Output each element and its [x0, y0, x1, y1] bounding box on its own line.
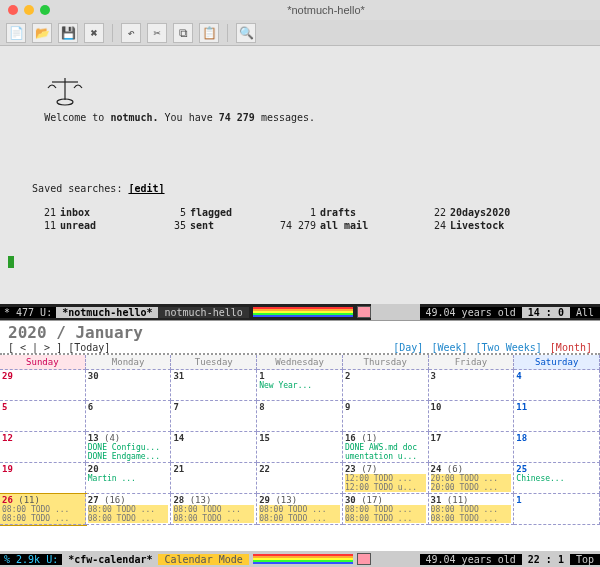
- close-icon[interactable]: [8, 5, 18, 15]
- calendar-cell[interactable]: 11: [514, 401, 600, 432]
- calendar-cell[interactable]: 30 (17)08:00 TODO ...08:00 TODO ...: [343, 494, 429, 525]
- calendar-cell[interactable]: 9: [343, 401, 429, 432]
- calendar-cell[interactable]: 10: [429, 401, 515, 432]
- event[interactable]: DONE AWS.md doc: [345, 443, 426, 452]
- welcome-suffix: messages.: [255, 112, 315, 123]
- calendar-cell[interactable]: 18: [514, 432, 600, 463]
- saved-search-item[interactable]: 24Livestock: [398, 220, 528, 231]
- weekday-header: SundayMondayTuesdayWednesdayThursdayFrid…: [0, 355, 600, 370]
- event-count: (13): [190, 495, 212, 505]
- calendar-cell[interactable]: 7: [171, 401, 257, 432]
- event[interactable]: DONE Configu...: [88, 443, 169, 452]
- day-number: 4: [516, 371, 521, 381]
- calendar-views: [Day] [Week] [Two Weeks] [Month]: [391, 342, 592, 353]
- day-number: 23: [345, 464, 356, 474]
- calendar-cell[interactable]: 28 (13)08:00 TODO ...08:00 TODO ...: [171, 494, 257, 525]
- event[interactable]: 08:00 TODO ...: [2, 514, 83, 523]
- event[interactable]: 08:00 TODO ...: [259, 514, 340, 523]
- calendar-cell[interactable]: 29: [0, 370, 86, 401]
- saved-search-item[interactable]: 21inbox: [8, 207, 138, 218]
- calendar-cell[interactable]: 8: [257, 401, 343, 432]
- calendar-cell[interactable]: 2: [343, 370, 429, 401]
- view-month[interactable]: [Month]: [550, 342, 592, 353]
- event[interactable]: 08:00 TODO ...: [345, 505, 426, 514]
- nyan-rainbow-icon: [253, 307, 353, 317]
- event[interactable]: 08:00 TODO ...: [431, 514, 512, 523]
- calendar-cell[interactable]: 31 (11)08:00 TODO ...08:00 TODO ...: [429, 494, 515, 525]
- event[interactable]: 08:00 TODO ...: [173, 514, 254, 523]
- saved-search-item[interactable]: 1drafts: [268, 207, 398, 218]
- saved-search-count: 74 279: [268, 220, 316, 231]
- calendar-cell[interactable]: 16 (1)DONE AWS.md documentation u...: [343, 432, 429, 463]
- event[interactable]: DONE Endgame...: [88, 452, 169, 461]
- calendar-cell[interactable]: 30: [86, 370, 172, 401]
- view-week[interactable]: [Week]: [431, 342, 467, 353]
- calendar-cell[interactable]: 29 (13)08:00 TODO ...08:00 TODO ...: [257, 494, 343, 525]
- calendar-cell[interactable]: 12: [0, 432, 86, 463]
- saved-search-item[interactable]: 5flagged: [138, 207, 268, 218]
- calendar-cell[interactable]: 4: [514, 370, 600, 401]
- saved-search-item[interactable]: 11unread: [8, 220, 138, 231]
- calendar-cell[interactable]: 27 (16)08:00 TODO ...08:00 TODO ...: [86, 494, 172, 525]
- calendar-cell[interactable]: 20Martin ...: [86, 463, 172, 494]
- undo-icon[interactable]: ↶: [121, 23, 141, 43]
- cut-icon[interactable]: ✂: [147, 23, 167, 43]
- day-number: 5: [2, 402, 7, 412]
- calendar-cell[interactable]: 22: [257, 463, 343, 494]
- event[interactable]: 12:00 TODO ...: [345, 474, 426, 483]
- event[interactable]: umentation u...: [345, 452, 426, 461]
- saved-search-item[interactable]: 74 279all mail: [268, 220, 398, 231]
- paste-icon[interactable]: 📋: [199, 23, 219, 43]
- day-number: 11: [516, 402, 527, 412]
- edit-button[interactable]: [edit]: [128, 183, 164, 194]
- calendar-nav[interactable]: [ < | > ] [Today]: [8, 342, 143, 353]
- save-icon[interactable]: 💾: [58, 23, 78, 43]
- ml2-pct: Top: [570, 554, 600, 565]
- view-two-weeks[interactable]: [Two Weeks]: [476, 342, 542, 353]
- minimize-icon[interactable]: [24, 5, 34, 15]
- event[interactable]: Chinese...: [516, 474, 597, 483]
- open-icon[interactable]: 📂: [32, 23, 52, 43]
- maximize-icon[interactable]: [40, 5, 50, 15]
- calendar-cell[interactable]: 31: [171, 370, 257, 401]
- event[interactable]: 08:00 TODO ...: [2, 505, 83, 514]
- day-number: 1: [259, 371, 264, 381]
- event[interactable]: 20:00 TODO ...: [431, 474, 512, 483]
- calendar-cell[interactable]: 3: [429, 370, 515, 401]
- calendar-cell[interactable]: 13 (4)DONE Configu...DONE Endgame...: [86, 432, 172, 463]
- event[interactable]: 08:00 TODO ...: [345, 514, 426, 523]
- event[interactable]: 08:00 TODO ...: [431, 505, 512, 514]
- calendar-cell[interactable]: 17: [429, 432, 515, 463]
- saved-search-item[interactable]: 35sent: [138, 220, 268, 231]
- event[interactable]: 20:00 TODO ...: [431, 483, 512, 492]
- event[interactable]: New Year...: [259, 381, 340, 390]
- calendar-cell[interactable]: 14: [171, 432, 257, 463]
- calendar-cell[interactable]: 1New Year...: [257, 370, 343, 401]
- calendar-cell[interactable]: 15: [257, 432, 343, 463]
- event[interactable]: Martin ...: [88, 474, 169, 483]
- view-day[interactable]: [Day]: [393, 342, 423, 353]
- weekday-label: Friday: [429, 355, 515, 370]
- weekday-label: Sunday: [0, 355, 86, 370]
- saved-search-item[interactable]: 2220days2020: [398, 207, 528, 218]
- event[interactable]: 08:00 TODO ...: [88, 505, 169, 514]
- calendar-cell[interactable]: 26 (11)08:00 TODO ...08:00 TODO ...: [0, 494, 86, 525]
- calendar-cell[interactable]: 25Chinese...: [514, 463, 600, 494]
- calendar-cell[interactable]: 6: [86, 401, 172, 432]
- copy-icon[interactable]: ⧉: [173, 23, 193, 43]
- saved-searches-section: Saved searches: [edit] 21inbox5flagged1d…: [8, 172, 592, 253]
- event[interactable]: 08:00 TODO ...: [88, 514, 169, 523]
- search-icon[interactable]: 🔍: [236, 23, 256, 43]
- close-icon[interactable]: ✖: [84, 23, 104, 43]
- event[interactable]: 12:00 TODO u...: [345, 483, 426, 492]
- new-file-icon[interactable]: 📄: [6, 23, 26, 43]
- saved-search-count: 11: [8, 220, 56, 231]
- event[interactable]: 08:00 TODO ...: [173, 505, 254, 514]
- calendar-cell[interactable]: 5: [0, 401, 86, 432]
- event[interactable]: 08:00 TODO ...: [259, 505, 340, 514]
- calendar-cell[interactable]: 19: [0, 463, 86, 494]
- calendar-cell[interactable]: 1: [514, 494, 600, 525]
- calendar-cell[interactable]: 23 (7)12:00 TODO ...12:00 TODO u...: [343, 463, 429, 494]
- calendar-cell[interactable]: 21: [171, 463, 257, 494]
- calendar-cell[interactable]: 24 (6)20:00 TODO ...20:00 TODO ...: [429, 463, 515, 494]
